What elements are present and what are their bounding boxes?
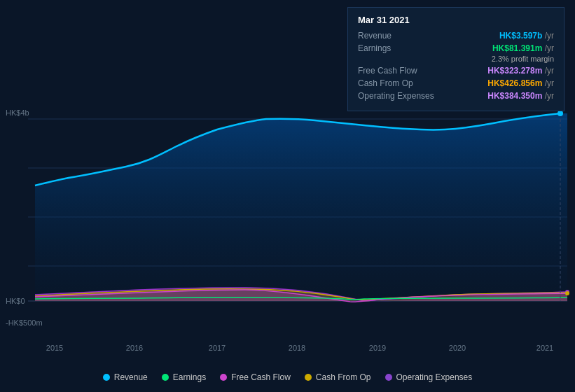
- chart-legend: Revenue Earnings Free Cash Flow Cash Fro…: [0, 372, 575, 382]
- tooltip-row-fcf: Free Cash Flow HK$323.278m /yr: [358, 66, 554, 76]
- legend-label-fcf: Free Cash Flow: [231, 372, 291, 382]
- tooltip-label-earnings: Earnings: [358, 43, 391, 53]
- legend-dot-fcf: [220, 374, 227, 381]
- tooltip-label-cashop: Cash From Op: [358, 78, 413, 88]
- x-label-2020: 2020: [449, 344, 466, 352]
- x-label-2016: 2016: [126, 344, 143, 352]
- y-label-0: HK$0: [6, 297, 25, 305]
- tooltip-row-revenue: Revenue HK$3.597b /yr: [358, 31, 554, 41]
- legend-label-cashop: Cash From Op: [316, 372, 371, 382]
- chart-container: Mar 31 2021 Revenue HK$3.597b /yr Earnin…: [0, 0, 575, 392]
- tooltip-value-fcf: HK$323.278m /yr: [487, 66, 554, 76]
- legend-cashop: Cash From Op: [305, 372, 371, 382]
- tooltip-row-earnings: Earnings HK$81.391m /yr: [358, 43, 554, 53]
- tooltip-value-revenue: HK$3.597b /yr: [499, 31, 554, 41]
- x-label-2018: 2018: [289, 344, 305, 352]
- legend-dot-opex: [385, 374, 392, 381]
- x-label-2015: 2015: [46, 344, 63, 352]
- tooltip-label-revenue: Revenue: [358, 31, 392, 41]
- tooltip-row-cashop: Cash From Op HK$426.856m /yr: [358, 78, 554, 88]
- y-label-neg500m: -HK$500m: [6, 318, 43, 327]
- tooltip-label-opex: Operating Expenses: [358, 91, 434, 101]
- tooltip-panel: Mar 31 2021 Revenue HK$3.597b /yr Earnin…: [347, 7, 564, 111]
- legend-dot-revenue: [103, 374, 110, 381]
- x-label-2019: 2019: [369, 344, 386, 352]
- y-label-4b: HK$4b: [6, 108, 29, 117]
- tooltip-value-cashop: HK$426.856m /yr: [487, 78, 554, 88]
- legend-label-opex: Operating Expenses: [396, 372, 473, 382]
- legend-earnings: Earnings: [162, 372, 206, 382]
- svg-point-8: [565, 291, 569, 295]
- tooltip-title: Mar 31 2021: [358, 15, 554, 25]
- tooltip-value-opex: HK$384.350m /yr: [487, 91, 554, 101]
- legend-opex: Operating Expenses: [385, 372, 473, 382]
- legend-label-earnings: Earnings: [173, 372, 206, 382]
- tooltip-row-opex: Operating Expenses HK$384.350m /yr: [358, 91, 554, 101]
- tooltip-label-fcf: Free Cash Flow: [358, 66, 417, 76]
- x-label-2021: 2021: [536, 344, 553, 352]
- x-label-2017: 2017: [209, 344, 226, 352]
- tooltip-value-earnings: HK$81.391m /yr: [492, 43, 554, 53]
- legend-fcf: Free Cash Flow: [220, 372, 291, 382]
- legend-dot-cashop: [305, 374, 312, 381]
- legend-revenue: Revenue: [103, 372, 148, 382]
- tooltip-margin: 2.3% profit margin: [358, 55, 554, 63]
- svg-point-6: [557, 111, 563, 116]
- legend-dot-earnings: [162, 374, 169, 381]
- legend-label-revenue: Revenue: [114, 372, 148, 382]
